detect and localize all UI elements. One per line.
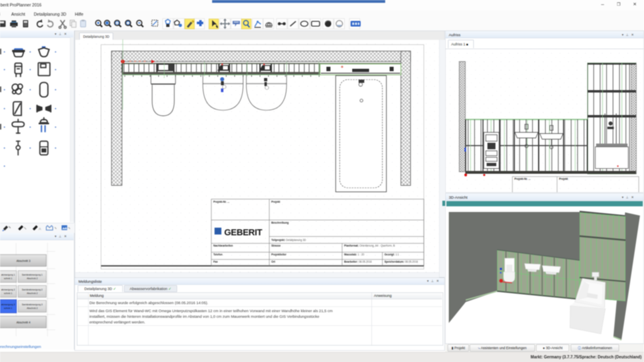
svg-text:Projekt-Nr. ...: Projekt-Nr. ... (514, 177, 530, 181)
svg-text:Bearbeiter: 08.05.2016: Bearbeiter: 08.05.2016 (344, 260, 372, 263)
svg-text:Sanitärabzweigung 3: Sanitärabzweigung 3 (22, 303, 42, 306)
svg-text:Speicherdatum: 08.05.2016: Speicherdatum: 08.05.2016 (384, 260, 418, 263)
svg-text:Planformat: Orientierung, A4 -: Planformat: Orientierung, A4 - Querform.… (344, 244, 395, 247)
svg-text:Projekt: Projekt (271, 200, 281, 204)
svg-text:Fax: Fax (213, 260, 218, 263)
svg-text:schnitt 1: schnitt 1 (4, 277, 12, 280)
svg-text:GEBERIT: GEBERIT (224, 227, 262, 237)
svg-text:Telefon: Telefon (213, 253, 223, 256)
svg-text:Abschnitt 2: Abschnitt 2 (27, 277, 37, 280)
svg-text:abzweigung 1: abzweigung 1 (1, 274, 15, 276)
svg-text:abzweigung 3: abzweigung 3 (1, 303, 15, 306)
svg-text:Massstab: 1 : 20: Massstab: 1 : 20 (344, 253, 364, 256)
svg-text:Abschnitt 4: Abschnitt 4 (17, 321, 31, 324)
svg-text:A: A (39, 227, 41, 231)
svg-text:Projekt-Nr. ...: Projekt-Nr. ... (213, 200, 229, 204)
svg-text:Teilprojekt: Detailplanung 3D: Teilprojekt: Detailplanung 3D (271, 239, 306, 242)
svg-text:abzweigung 2: abzweigung 2 (1, 288, 15, 291)
svg-text:Strasse: Strasse (271, 244, 281, 247)
svg-text:Beschreibung: Beschreibung (271, 221, 289, 224)
svg-text:Sanitärabzweigung 1: Sanitärabzweigung 1 (22, 274, 42, 276)
svg-text:Ort: Ort (271, 260, 276, 263)
svg-text:Abschnitt 2: Abschnitt 2 (27, 292, 37, 294)
svg-text:Projektleiter: Projektleiter (271, 253, 287, 256)
svg-text:schnitt 1: schnitt 1 (4, 307, 12, 309)
svg-text:Gezeigt: 1:1: Gezeigt: 1:1 (384, 253, 399, 256)
svg-text:Abschnitt 2: Abschnitt 2 (27, 307, 37, 309)
svg-text:Sanitärabzweigung 2: Sanitärabzweigung 2 (22, 288, 42, 291)
svg-text:Projekt: Projekt (559, 177, 568, 181)
svg-text:schnitt 1: schnitt 1 (4, 292, 12, 294)
svg-text:Abschnitt 3: Abschnitt 3 (17, 259, 31, 262)
svg-text:Nachbearbeiten: Nachbearbeiten (213, 244, 233, 247)
